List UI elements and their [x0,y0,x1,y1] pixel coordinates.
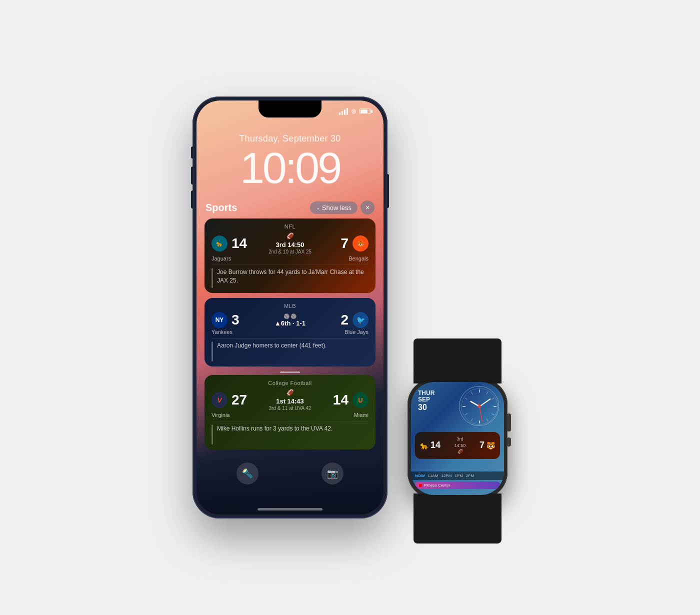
timeline-12pm: 12PM [441,474,452,478]
svg-line-15 [480,406,482,422]
mlb-score2: 2 [340,312,348,328]
clock-face [459,386,499,426]
cfb-detail: 3rd & 11 at UVA 42 [262,406,318,411]
volume-down-button [191,190,193,208]
svg-point-17 [478,405,481,408]
cfb-update-text: Mike Hollins runs for 3 yards to the UVA… [217,424,368,433]
jaguars-logo: 🐆 [212,236,228,252]
mlb-team-names: Yankees Blue Jays [212,329,368,335]
nfl-score2: 7 [340,236,348,252]
iphone-device: ⊛ Thursday, September 30 10:09 Sports [192,96,388,518]
svg-line-5 [492,414,494,415]
mlb-card[interactable]: MLB NY 3 ⚾ ⚾ ▲6th · 1-1 2 [204,298,376,366]
nfl-divider [212,268,213,288]
watch-team2-logo: 🐯 [486,442,495,450]
cfb-league-label: College Football [212,380,368,386]
cfb-team2-name: Miami [328,412,368,418]
cfb-team1-name: Virginia [212,412,252,418]
show-less-button[interactable]: ⌄ Show less [310,202,358,214]
mlb-update-text: Aaron Judge homers to center (441 feet). [217,342,368,350]
mlb-score-row: NY 3 ⚾ ⚾ ▲6th · 1-1 2 🐦 [212,312,368,328]
watch-game-time: 14:50 [454,442,466,449]
cfb-team2: 14 U [318,392,368,408]
watch-crown[interactable] [507,414,511,432]
sports-header: Sports ⌄ Show less × [204,200,376,214]
power-button [387,174,389,208]
watch-event-bar: Fitness Center [415,482,500,489]
iphone-screen: ⊛ Thursday, September 30 10:09 Sports [196,100,384,514]
miami-logo: U [352,392,368,408]
camera-button[interactable]: 📷 [322,462,344,484]
cfb-card[interactable]: College Football V 27 🏈 1st 14:43 3rd & … [204,375,376,450]
flashlight-button[interactable]: 🔦 [236,462,258,484]
mlb-score1: 3 [232,312,240,328]
close-button[interactable]: × [360,200,374,214]
cfb-game-center: 🏈 1st 14:43 3rd & 11 at UVA 42 [262,389,318,411]
show-less-label: Show less [322,204,352,212]
notification-area: Sports ⌄ Show less × [204,200,376,454]
timeline-1pm: 1PM [454,474,462,478]
nfl-score1: 14 [232,236,247,252]
cfb-score-row: V 27 🏈 1st 14:43 3rd & 11 at UVA 42 14 U [212,389,368,411]
watch-band-bottom [414,494,502,544]
lock-screen: Thursday, September 30 10:09 Sports ⌄ Sh… [196,100,384,514]
watch-face: THUR SEP 30 [411,382,504,495]
nfl-team2-name: Bengals [328,256,368,262]
timeline-2pm: 2PM [466,474,474,478]
wifi-icon: ⊛ [351,108,356,115]
nfl-update-row: Joe Burrow throws for 44 yards to Ja'Mar… [212,264,368,288]
svg-line-2 [486,392,488,394]
scene: ⊛ Thursday, September 30 10:09 Sports [192,96,508,518]
virginia-logo: V [212,392,228,408]
svg-line-9 [465,414,468,415]
watch-timeline: NOW 11AM 12PM 1PM 2PM [411,472,504,480]
timeline-11am: 11AM [428,474,438,478]
watch-score-info: 3rd 14:50 🏈 [454,436,466,455]
nfl-team1-name: Jaguars [212,256,252,262]
watch-date: 30 [418,403,434,412]
watch-score2: 7 [480,440,484,450]
watch-date-block: THUR SEP 30 [418,390,434,412]
cfb-team-names: Virginia Miami [212,412,368,418]
mlb-status: ▲6th · 1-1 [262,320,318,327]
clock-ticks [460,386,500,426]
home-indicator [258,508,322,510]
bengals-logo: 🐯 [352,236,368,252]
scroll-indicator [280,372,300,373]
watch-quarter: 3rd [454,436,466,442]
watch-screen: THUR SEP 30 [411,382,504,495]
nfl-team2: 7 🐯 [318,236,368,252]
watch-football-icon: 🏈 [454,448,466,455]
nfl-team-names: Jaguars Bengals [212,256,368,262]
nfl-score-row: 🐆 14 🏈 3rd 14:50 2nd & 10 at JAX 25 7 🐯 [212,232,368,254]
watch-month: SEP [418,396,434,403]
watch-sport-score-row: 🐆 14 3rd 14:50 🏈 7 🐯 [420,436,495,455]
yankees-logo: NY [212,312,228,328]
battery-icon [360,108,370,114]
silent-switch [191,146,193,158]
watch-team1-block: 🐆 14 [420,440,440,450]
close-icon: × [366,204,370,212]
chevron-down-icon: ⌄ [316,205,320,210]
flashlight-icon: 🔦 [242,468,253,479]
status-icons: ⊛ [339,108,370,115]
cfb-divider [212,424,213,444]
cfb-update-row: Mike Hollins runs for 3 yards to the UVA… [212,421,368,444]
watch-side-button[interactable] [507,438,511,446]
bluejays-logo: 🐦 [352,312,368,328]
svg-line-3 [492,398,494,400]
nfl-game-center: 🏈 3rd 14:50 2nd & 10 at JAX 25 [262,232,318,254]
mlb-league-label: MLB [212,303,368,309]
volume-up-button [191,166,193,184]
apple-watch-device: THUR SEP 30 [408,378,508,498]
cfb-score2: 14 [333,392,348,408]
svg-line-14 [480,399,490,406]
svg-line-6 [486,418,488,421]
mlb-team2: 2 🐦 [318,312,368,328]
timeline-now: NOW [415,474,425,478]
mlb-game-center: ⚾ ⚾ ▲6th · 1-1 [262,314,318,327]
watch-score1: 14 [430,440,440,450]
nfl-card[interactable]: NFL 🐆 14 🏈 3rd 14:50 2nd & 10 at JAX 25 [204,218,376,293]
nfl-team1: 🐆 14 [212,236,262,252]
nfl-update-text: Joe Burrow throws for 44 yards to Ja'Mar… [217,268,368,285]
